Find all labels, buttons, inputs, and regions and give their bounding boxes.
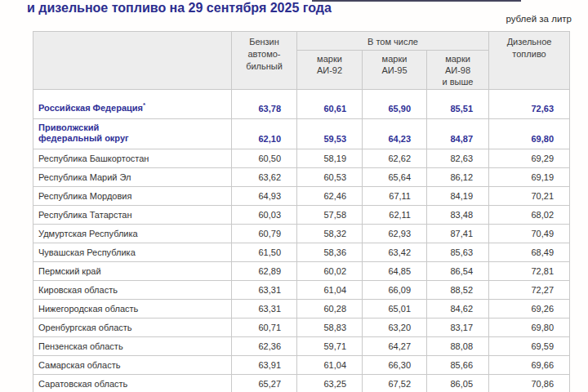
price-cell: 69,29: [489, 149, 570, 168]
price-cell: 62,89: [232, 262, 297, 281]
price-cell: 60,79: [232, 225, 297, 243]
price-cell: 63,20: [363, 318, 427, 337]
price-cell: 84,19: [427, 187, 489, 206]
price-cell: 62,46: [297, 187, 363, 206]
price-cell: 60,28: [297, 300, 363, 318]
unit-label: рублей за литр: [506, 14, 572, 24]
price-cell: 60,71: [232, 318, 297, 337]
col-header-ai92-line: АИ-92: [299, 65, 360, 76]
price-cell: 63,91: [232, 356, 297, 375]
price-cell: 61,04: [297, 356, 363, 375]
price-cell: 88,08: [427, 337, 489, 356]
price-cell: 83,48: [427, 206, 489, 225]
fuel-prices-table: Бензин автомо- бильный В том числе Дизел…: [33, 31, 570, 392]
price-cell: 65,64: [363, 168, 427, 187]
col-header-diesel: Дизельное топливо: [489, 32, 570, 90]
price-cell: 84,62: [427, 300, 489, 318]
price-cell: 57,58: [297, 206, 363, 225]
price-cell: 60,61: [297, 90, 363, 119]
region-name-line: Приволжский: [38, 122, 230, 133]
region-name-cell: Республика Башкортостан: [33, 149, 232, 168]
region-name-cell: Российская Федерация*: [33, 90, 232, 119]
price-cell: 86,05: [427, 375, 489, 392]
price-cell: 58,19: [297, 149, 363, 168]
region-name-cell: Республика Мордовия: [33, 187, 232, 206]
table-row-district: Приволжский федеральный округ 62,10 59,5…: [33, 119, 570, 149]
region-name-cell: Пермский край: [33, 262, 232, 281]
price-cell: 65,01: [363, 300, 427, 318]
price-cell: 62,36: [232, 337, 297, 356]
price-cell: 72,27: [489, 281, 570, 300]
price-cell: 70,49: [489, 225, 570, 243]
col-header-ai98: марки АИ-98 и выше: [427, 51, 489, 90]
page-title: и дизельное топливо на 29 сентября 2025 …: [27, 1, 332, 16]
price-cell: 82,63: [427, 149, 489, 168]
table-row: Пермский край 62,89 60,02 64,85 86,54 72…: [33, 262, 570, 281]
cutoff-text-remnant: [312, 0, 521, 2]
col-header-benzin-line: бильный: [234, 60, 295, 73]
region-name-cell: Приволжский федеральный округ: [33, 119, 232, 149]
price-cell: 65,90: [363, 90, 427, 119]
price-cell: 64,93: [232, 187, 297, 206]
col-header-ai98-line: марки: [429, 53, 487, 65]
price-cell: 63,42: [363, 243, 427, 262]
region-name-cell: Республика Марий Эл: [33, 168, 232, 187]
price-cell: 67,11: [363, 187, 427, 206]
col-header-ai98-line: и выше: [429, 76, 487, 87]
price-cell: 64,85: [363, 262, 427, 281]
price-cell: 58,32: [297, 225, 363, 243]
page: и дизельное топливо на 29 сентября 2025 …: [0, 0, 588, 392]
price-cell: 69,80: [489, 318, 570, 337]
col-header-diesel-line: Дизельное: [491, 36, 568, 48]
region-name-cell: Удмуртская Республика: [33, 225, 232, 243]
price-cell: 58,83: [297, 318, 363, 337]
price-cell: 63,25: [297, 375, 363, 392]
price-cell: 85,63: [427, 243, 489, 262]
table-row: Республика Мордовия 64,93 62,46 67,11 84…: [33, 187, 570, 206]
price-cell: 64,23: [363, 119, 427, 149]
col-header-benzin-line: Бензин: [234, 36, 295, 48]
price-cell: 70,21: [489, 187, 570, 206]
table-row: Оренбургская область 60,71 58,83 63,20 8…: [33, 318, 570, 337]
price-cell: 63,78: [232, 90, 297, 119]
price-cell: 87,41: [427, 225, 489, 243]
col-header-ai95-line: АИ-95: [364, 65, 425, 76]
price-cell: 85,51: [427, 90, 489, 119]
table-row: Самарская область 63,91 61,04 66,30 85,6…: [33, 356, 570, 375]
price-cell: 58,36: [297, 243, 363, 262]
price-cell: 61,50: [232, 243, 297, 262]
price-cell: 63,31: [232, 281, 297, 300]
price-cell: 66,09: [363, 281, 427, 300]
price-cell: 62,10: [232, 119, 297, 149]
price-cell: 72,63: [489, 90, 570, 119]
price-cell: 60,50: [232, 149, 297, 168]
table-row: Удмуртская Республика 60,79 58,32 62,93 …: [33, 225, 570, 243]
table-row: Нижегородская область 63,31 60,28 65,01 …: [33, 300, 570, 318]
table-row: Пензенская область 62,36 59,71 64,27 88,…: [33, 337, 570, 356]
price-cell: 69,80: [489, 119, 570, 149]
price-cell: 83,17: [427, 318, 489, 337]
footnote-marker: *: [143, 101, 145, 109]
price-cell: 68,49: [489, 243, 570, 262]
price-cell: 86,54: [427, 262, 489, 281]
price-cell: 68,02: [489, 206, 570, 225]
col-header-region: [33, 32, 232, 90]
price-cell: 67,52: [363, 375, 427, 392]
price-cell: 62,11: [363, 206, 427, 225]
col-header-ai95-line: марки: [364, 53, 425, 65]
region-name-cell: Кировская область: [33, 281, 232, 300]
region-name-line: федеральный округ: [38, 133, 230, 144]
price-cell: 69,26: [489, 300, 570, 318]
price-cell: 60,03: [232, 206, 297, 225]
price-cell: 86,12: [427, 168, 489, 187]
table-row: Чувашская Республика 61,50 58,36 63,42 8…: [33, 243, 570, 262]
col-header-diesel-line: топливо: [491, 48, 568, 60]
price-cell: 84,87: [427, 119, 489, 149]
price-cell: 65,27: [232, 375, 297, 392]
price-cell: 85,66: [427, 356, 489, 375]
col-header-benzin-line: автомо-: [234, 48, 295, 60]
col-header-ai95: марки АИ-95: [363, 51, 427, 90]
price-cell: 62,62: [363, 149, 427, 168]
price-cell: 62,93: [363, 225, 427, 243]
col-header-ai98-line: АИ-98: [429, 65, 487, 76]
